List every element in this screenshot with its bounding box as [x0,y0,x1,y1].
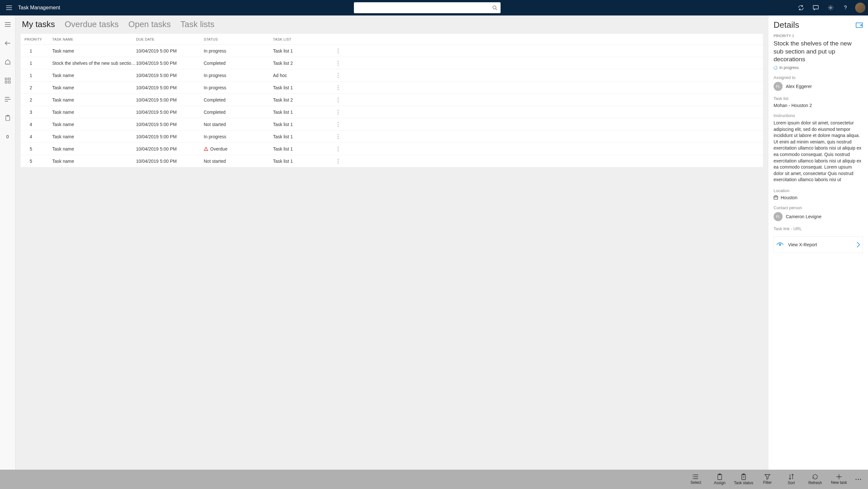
table-row[interactable]: 2Task name10/04/2019 5:00 PMIn progressT… [21,82,763,94]
svg-point-31 [338,134,339,135]
rail-home-button[interactable] [1,56,14,68]
svg-rect-8 [6,116,10,121]
overflow-button[interactable] [852,479,865,480]
row-more-button[interactable] [338,97,350,102]
table-row[interactable]: 5Task name10/04/2019 5:00 PMNot startedT… [21,155,763,167]
svg-point-34 [206,150,206,150]
refresh-button[interactable]: Refresh [804,471,826,488]
row-more-button[interactable] [338,159,350,164]
cell-due-date: 10/04/2019 5:00 PM [136,73,204,78]
new-task-button[interactable]: New task [828,471,850,488]
tab-task-lists[interactable]: Task lists [181,19,214,31]
details-panel: Details PRIORITY 1 Stock the shelves of … [768,16,868,470]
search-input[interactable] [354,2,501,13]
svg-point-19 [338,85,339,86]
svg-point-15 [338,64,339,65]
cell-task-name: Task name [52,97,136,102]
tasklist-value: Mohan - Houston 2 [774,103,863,108]
row-more-button[interactable] [338,134,350,139]
link-label: Task link - URL [774,226,863,231]
view-report-link[interactable]: View X-Report [774,236,863,253]
svg-point-0 [493,6,496,9]
warning-icon [204,147,208,151]
sync-button[interactable] [795,1,807,14]
table-row[interactable]: 4Task name10/04/2019 5:00 PMNot startedT… [21,118,763,130]
row-more-button[interactable] [338,61,350,66]
more-vertical-icon [338,134,339,139]
svg-point-45 [693,477,693,477]
contact-person[interactable]: FL Cameron Levigne [774,212,863,221]
row-more-button[interactable] [338,122,350,127]
user-avatar[interactable] [855,3,865,13]
modules-icon [5,78,11,84]
table-row[interactable]: 5Task name10/04/2019 5:00 PMOverdueTask … [21,143,763,155]
table-row[interactable]: 4Task name10/04/2019 5:00 PMIn progressT… [21,130,763,143]
location-label: Location [774,188,863,193]
cell-task-name: Task name [52,85,136,90]
row-more-button[interactable] [338,48,350,54]
table-row[interactable]: 1Task name10/04/2019 5:00 PMIn progressA… [21,69,763,82]
rail-clipboard-button[interactable] [1,112,14,124]
row-more-button[interactable] [338,146,350,152]
row-more-button[interactable] [338,110,350,115]
filter-button[interactable]: Filter [756,471,778,488]
more-vertical-icon [338,48,339,54]
rail-modules-button[interactable] [1,74,14,87]
assigned-person[interactable]: FL Alex Eggerer [774,82,863,91]
table-row[interactable]: 2Task name10/04/2019 5:00 PMCompletedTas… [21,94,763,106]
tab-my-tasks[interactable]: My tasks [22,19,55,31]
tab-open-tasks[interactable]: Open tasks [128,19,171,31]
row-more-button[interactable] [338,85,350,90]
select-button[interactable]: Select [685,471,707,488]
cell-task-name: Task name [52,159,136,164]
svg-point-2 [830,7,832,9]
cell-task-name: Task name [52,122,136,127]
cell-status: In progress [204,134,273,139]
svg-point-13 [338,61,339,62]
contact-avatar: FL [774,212,783,221]
expand-details-button[interactable] [856,23,863,28]
cell-priority: 5 [23,159,52,164]
table-row[interactable]: 1Stock the shelves of the new sub sectio… [21,57,763,69]
rail-menu-button[interactable] [1,18,14,31]
column-header[interactable]: TASK LIST [273,37,338,41]
tab-overdue-tasks[interactable]: Overdue tasks [65,19,119,31]
svg-point-26 [338,112,339,113]
cell-task-list: Task list 1 [273,110,338,115]
help-button[interactable] [839,1,852,14]
task-status-button[interactable]: Task status [733,471,754,488]
chat-button[interactable] [809,1,822,14]
cell-due-date: 10/04/2019 5:00 PM [136,48,204,54]
cell-status: In progress [204,73,273,78]
column-header[interactable]: STATUS [204,37,273,41]
sort-button[interactable]: Sort [780,471,802,488]
menu-button[interactable] [3,1,16,14]
location-value: Houston [781,195,798,200]
cell-task-list: Task list 1 [273,122,338,127]
column-header[interactable]: PRIORITY [23,37,52,41]
more-vertical-icon [338,61,339,66]
cell-task-name: Task name [52,134,136,139]
column-header[interactable]: TASK NAME [52,37,136,41]
rail-back-button[interactable] [1,37,14,50]
table-row[interactable]: 1Task name10/04/2019 5:00 PMIn progressT… [21,45,763,57]
svg-point-20 [338,87,339,88]
settings-button[interactable] [824,1,837,14]
assign-button[interactable]: Assign [709,471,731,488]
action-label: Task status [734,481,753,485]
table-row[interactable]: 3Task name10/04/2019 5:00 PMCompletedTas… [21,106,763,118]
task-list-panel: My tasksOverdue tasksOpen tasksTask list… [16,16,768,470]
more-vertical-icon [338,73,339,78]
assigned-to-label: Assigned to [774,75,863,80]
svg-point-32 [338,136,339,137]
column-header[interactable]: DUE DATE [136,37,204,41]
chat-icon [813,5,819,11]
cell-due-date: 10/04/2019 5:00 PM [136,110,204,115]
details-heading: Details [774,20,799,30]
rail-list-button[interactable] [1,93,14,106]
row-more-button[interactable] [338,73,350,78]
cell-due-date: 10/04/2019 5:00 PM [136,122,204,127]
search-box[interactable] [354,2,501,13]
cell-status: In progress [204,48,273,54]
search-icon [492,5,497,10]
